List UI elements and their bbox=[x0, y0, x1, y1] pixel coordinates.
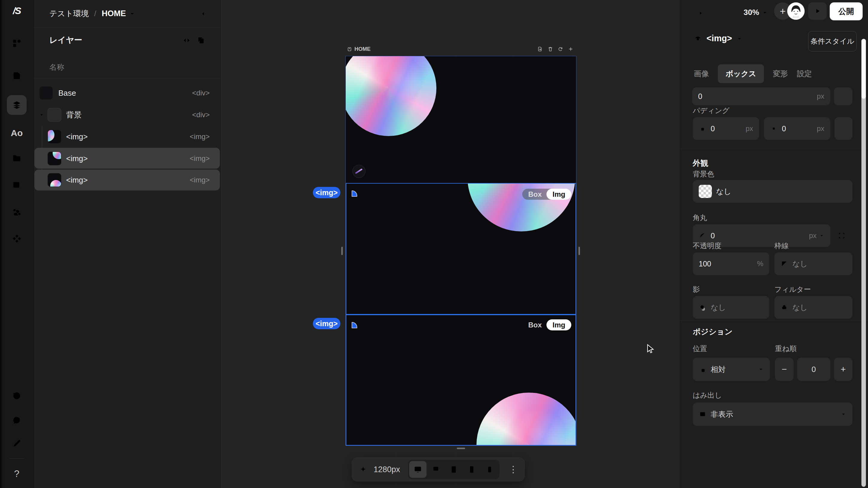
layer-row-img-1[interactable]: <img> <img> bbox=[34, 126, 220, 148]
studio-logo[interactable]: /S bbox=[0, 5, 33, 17]
layer-row-img-3[interactable]: <img> <img> bbox=[34, 169, 220, 191]
history-icon[interactable] bbox=[12, 391, 22, 401]
scrollbar-thumb[interactable] bbox=[861, 39, 866, 99]
refresh-icon[interactable] bbox=[558, 46, 563, 52]
corner-radius-label: 角丸 bbox=[693, 213, 707, 223]
copy-layer-icon[interactable] bbox=[196, 36, 206, 45]
artboard-bottom-handle[interactable] bbox=[457, 448, 465, 449]
pages-icon[interactable] bbox=[12, 71, 22, 81]
device-tablet-button[interactable] bbox=[445, 461, 462, 478]
img-section-3[interactable] bbox=[346, 315, 576, 446]
layer-row-base[interactable]: Base <div> bbox=[34, 82, 220, 104]
flow-icon[interactable] bbox=[12, 207, 22, 217]
zindex-increment-button[interactable]: + bbox=[834, 358, 852, 381]
toggle-img-option[interactable]: Img bbox=[547, 319, 571, 330]
shadow-control[interactable]: なし bbox=[693, 296, 769, 319]
padding-sides-button[interactable] bbox=[835, 117, 852, 140]
breakpoint-toolbar: 1280px ⋮ bbox=[352, 457, 525, 481]
layer-tag: <img> bbox=[190, 154, 210, 163]
tree-chevron-icon[interactable] bbox=[39, 112, 44, 118]
trash-icon[interactable] bbox=[547, 46, 553, 52]
tab-box[interactable]: ボックス bbox=[718, 64, 764, 83]
box-img-toggle: Box Img bbox=[522, 189, 571, 200]
artboard-left-handle[interactable] bbox=[341, 247, 343, 255]
selected-element-name[interactable]: <img> bbox=[707, 33, 732, 43]
device-phone-button[interactable] bbox=[463, 461, 480, 478]
zoom-select[interactable]: 30% bbox=[744, 8, 768, 17]
device-phone-small-button[interactable] bbox=[481, 461, 498, 478]
inspector-header: 30% + 公開 bbox=[680, 0, 868, 28]
toolbar-more-icon[interactable]: ⋮ bbox=[509, 465, 518, 474]
device-laptop-button[interactable] bbox=[427, 461, 444, 478]
zindex-decrement-button[interactable]: − bbox=[775, 358, 794, 381]
sparkle-icon[interactable] bbox=[359, 465, 368, 474]
img-section-2[interactable] bbox=[346, 183, 576, 315]
border-control[interactable]: なし bbox=[774, 252, 852, 275]
selected-element-row: <img> bbox=[693, 33, 743, 43]
margin-sides-button[interactable] bbox=[834, 87, 852, 105]
conditional-style-button[interactable]: 条件スタイル bbox=[808, 31, 857, 52]
toggle-box-option[interactable]: Box bbox=[523, 321, 547, 329]
filter-icon bbox=[780, 303, 788, 311]
layer-row-background[interactable]: 背景 <div> bbox=[34, 104, 220, 126]
artboard-label[interactable]: HOME bbox=[347, 46, 371, 52]
expand-panel-icon[interactable] bbox=[693, 8, 703, 18]
pencil-icon[interactable] bbox=[12, 438, 22, 449]
selected-element-badge[interactable]: <img> bbox=[313, 187, 340, 198]
visibility-icon[interactable] bbox=[693, 34, 702, 43]
tab-settings[interactable]: 設定 bbox=[797, 69, 812, 79]
filter-control[interactable]: なし bbox=[774, 296, 852, 319]
panel-divider bbox=[34, 78, 220, 79]
overflow-select[interactable]: 非表示 bbox=[693, 402, 852, 426]
add-block-icon[interactable] bbox=[12, 38, 22, 48]
export-page-icon[interactable] bbox=[537, 46, 543, 52]
box-img-toggle: Box Img bbox=[522, 319, 571, 330]
hero-section-1[interactable] bbox=[346, 56, 576, 183]
layer-thumbnail bbox=[48, 173, 61, 187]
apps-icon[interactable] bbox=[12, 234, 22, 244]
padding-horizontal-input[interactable]: 0 px bbox=[764, 117, 830, 140]
opacity-input[interactable]: 100 % bbox=[693, 252, 769, 275]
collapse-panel-icon[interactable] bbox=[201, 9, 210, 19]
help-icon[interactable]: ? bbox=[0, 468, 33, 479]
device-desktop-button[interactable] bbox=[409, 461, 427, 478]
position-select[interactable]: 相対 bbox=[693, 358, 770, 381]
layers-tool-active[interactable] bbox=[7, 95, 27, 115]
layer-row-img-2[interactable]: <img> <img> bbox=[34, 148, 220, 169]
chat-icon[interactable] bbox=[12, 415, 22, 425]
avatar[interactable] bbox=[787, 2, 805, 20]
folder-icon[interactable] bbox=[12, 153, 22, 163]
img-placeholder-icon bbox=[350, 188, 359, 197]
layer-label: <img> bbox=[66, 175, 88, 185]
chevron-down-icon bbox=[736, 35, 743, 42]
left-rail: /S Ao ? bbox=[0, 0, 34, 488]
selected-element-badge[interactable]: <img> bbox=[313, 318, 340, 329]
bg-color-control[interactable]: なし bbox=[693, 180, 852, 203]
tab-transform[interactable]: 変形 bbox=[773, 69, 788, 79]
artboard-right-handle[interactable] bbox=[579, 247, 580, 255]
corner-detail-button[interactable] bbox=[836, 231, 848, 240]
typography-icon[interactable]: Ao bbox=[0, 128, 33, 138]
canvas[interactable]: HOME bbox=[221, 0, 680, 488]
toggle-box-option[interactable]: Box bbox=[523, 190, 547, 199]
opacity-label: 不透明度 bbox=[693, 241, 721, 251]
add-section-icon[interactable] bbox=[568, 46, 574, 52]
canvas-width-value[interactable]: 1280px bbox=[374, 465, 400, 474]
artboard[interactable] bbox=[346, 56, 576, 446]
overflow-hidden-icon bbox=[699, 410, 707, 418]
breadcrumb-page[interactable]: HOME bbox=[102, 9, 135, 18]
publish-button[interactable]: 公開 bbox=[830, 2, 863, 20]
transparent-swatch bbox=[699, 185, 712, 198]
preview-play-button[interactable] bbox=[808, 2, 827, 20]
padding-vertical-input[interactable]: 0 px bbox=[693, 117, 759, 140]
image-add-icon[interactable] bbox=[12, 180, 22, 190]
zindex-value[interactable]: 0 bbox=[797, 358, 830, 381]
toggle-img-option[interactable]: Img bbox=[547, 189, 571, 200]
layer-thumbnail bbox=[48, 108, 61, 122]
code-view-icon[interactable] bbox=[182, 36, 191, 45]
inspector-scrollbar[interactable] bbox=[861, 39, 866, 487]
corner-radius-icon bbox=[699, 232, 707, 239]
margin-input[interactable]: 0 px bbox=[692, 87, 830, 105]
tab-image[interactable]: 画像 bbox=[694, 69, 709, 79]
breadcrumb-project[interactable]: テスト環境 bbox=[49, 8, 89, 19]
